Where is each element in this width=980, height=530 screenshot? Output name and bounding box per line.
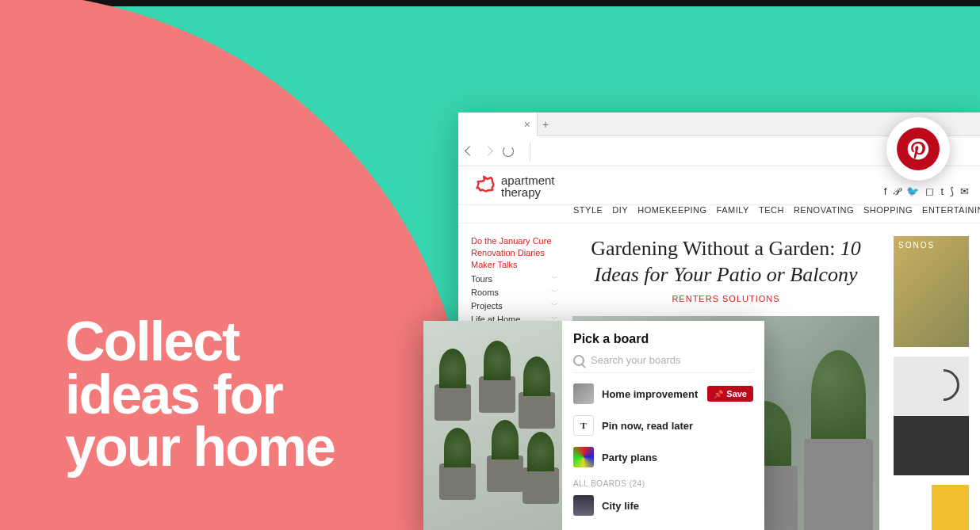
logo-text: apartment therapy: [501, 174, 555, 198]
nav-entertaining[interactable]: ENTERTAINING: [922, 205, 980, 215]
picker-title: Pick a board: [573, 332, 753, 346]
nav-style[interactable]: STYLE: [573, 205, 603, 215]
plant-pot: [439, 463, 476, 500]
board-label: Home improvement: [602, 388, 698, 400]
search-icon: [573, 355, 584, 366]
browser-tab[interactable]: ×: [458, 112, 538, 136]
sonos-label: SONOS: [898, 241, 935, 250]
picker-panel: Pick a board Home improvement 📌Save T Pi…: [562, 321, 764, 530]
back-icon[interactable]: [465, 146, 475, 156]
board-label: City life: [602, 500, 639, 512]
article-title: Gardening Without a Garden: 10 Ideas for…: [572, 236, 879, 288]
sidebar-expandable[interactable]: Rooms﹀: [471, 285, 558, 299]
nav-family[interactable]: FAMILY: [717, 205, 749, 215]
board-row-home-improvement[interactable]: Home improvement 📌Save: [573, 378, 753, 410]
nav-homekeeping[interactable]: HOMEKEEPING: [637, 205, 706, 215]
board-picker: Pick a board Home improvement 📌Save T Pi…: [423, 321, 764, 530]
rail-ad-lamp[interactable]: [894, 357, 969, 475]
save-button[interactable]: 📌Save: [707, 386, 753, 402]
chevron-down-icon: ﹀: [551, 287, 558, 297]
all-boards-label: ALL BOARDS (24): [573, 479, 753, 488]
top-strip: [0, 0, 980, 6]
mail-icon[interactable]: ✉: [960, 185, 969, 198]
board-row-city-life[interactable]: City life: [573, 490, 753, 521]
search-input[interactable]: [591, 354, 753, 366]
pin-icon: 📌: [714, 390, 723, 398]
new-tab-button[interactable]: +: [538, 118, 553, 131]
plant-pot: [479, 376, 515, 413]
board-search[interactable]: [573, 354, 753, 373]
tumblr-icon[interactable]: t: [940, 185, 944, 198]
sidebar-link[interactable]: Do the January Cure: [471, 236, 558, 246]
rail-ad-chair[interactable]: [894, 485, 969, 530]
board-thumb: [573, 447, 594, 467]
board-label: Party plans: [602, 452, 657, 463]
nav-tech[interactable]: TECH: [759, 205, 784, 215]
sidebar-link[interactable]: Maker Talks: [471, 260, 558, 269]
board-thumb: [573, 495, 594, 516]
chevron-down-icon: ﹀: [551, 300, 558, 311]
lamp-icon: [921, 363, 967, 408]
sidebar-expandable[interactable]: Projects﹀: [471, 299, 558, 312]
rail-ad-sonos[interactable]: SONOS: [894, 236, 969, 347]
plant-pot: [434, 384, 471, 421]
rss-icon[interactable]: ⟆: [950, 185, 954, 198]
plant-pot: [523, 467, 559, 504]
board-row-pin-now[interactable]: T Pin now, read later: [573, 410, 753, 441]
plant-pot: [804, 439, 873, 530]
picker-thumbnail: [423, 321, 562, 530]
social-icons: f 𝒫 🐦 ◻ t ⟆ ✉: [884, 185, 969, 198]
pinterest-icon[interactable]: 𝒫: [893, 185, 900, 198]
twitter-icon[interactable]: 🐦: [906, 185, 919, 198]
reload-icon[interactable]: [503, 146, 514, 157]
board-row-party-plans[interactable]: Party plans: [573, 441, 753, 473]
board-thumb: T: [573, 415, 594, 436]
headline-text: Collect ideas for your home: [65, 311, 335, 478]
board-label: Pin now, read later: [602, 420, 693, 432]
nav-diy[interactable]: DIY: [612, 205, 628, 215]
logo-line1: apartment: [501, 174, 555, 186]
pinterest-icon: [897, 128, 940, 170]
pinterest-badge[interactable]: [886, 117, 950, 181]
close-icon[interactable]: ×: [524, 118, 530, 131]
site-logo[interactable]: apartment therapy: [471, 174, 555, 198]
board-thumb: [573, 383, 594, 404]
nav-shopping[interactable]: SHOPPING: [863, 205, 913, 215]
logo-icon: [471, 174, 496, 198]
right-rail: SONOS: [894, 236, 969, 530]
promo-headline: Collect ideas for your home: [65, 315, 335, 474]
nav-renovating[interactable]: RENOVATING: [794, 205, 854, 215]
sidebar-expandable[interactable]: Tours﹀: [471, 272, 558, 285]
sidebar-link[interactable]: Renovation Diaries: [471, 248, 558, 257]
logo-line2: therapy: [501, 186, 555, 198]
article-category[interactable]: RENTERS SOLUTIONS: [572, 294, 879, 303]
instagram-icon[interactable]: ◻: [925, 185, 934, 198]
chevron-down-icon: ﹀: [551, 273, 558, 284]
plant-pot: [487, 456, 523, 492]
facebook-icon[interactable]: f: [884, 185, 887, 198]
plant-pot: [519, 392, 555, 429]
forward-icon[interactable]: [483, 146, 493, 156]
site-nav: STYLE DIY HOMEKEEPING FAMILY TECH RENOVA…: [458, 205, 980, 223]
